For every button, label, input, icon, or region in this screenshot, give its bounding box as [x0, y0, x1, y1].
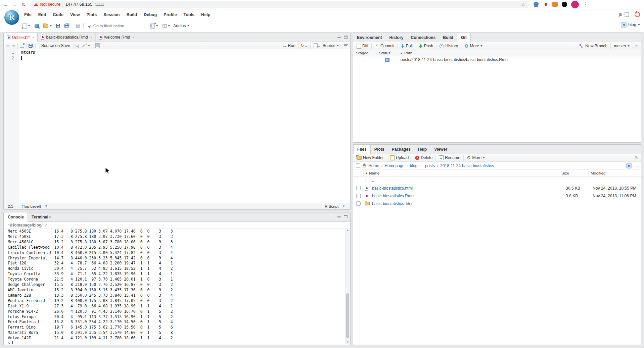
console-scrollbar[interactable]: ▲ ▼ [345, 228, 350, 344]
breadcrumb--posts[interactable]: _posts [423, 163, 435, 168]
tab-connections[interactable]: Connections [407, 33, 440, 42]
close-tab-icon[interactable]: × [90, 35, 92, 39]
file-checkbox[interactable] [356, 201, 361, 206]
run-button[interactable]: →Run [281, 43, 296, 48]
save-all-button[interactable] [63, 24, 70, 28]
files-more-button[interactable]: More [466, 155, 486, 160]
path-column-header[interactable]: ▲Path [398, 51, 641, 55]
staged-checkbox[interactable] [363, 58, 367, 62]
file-row--[interactable]: ↑.. [353, 177, 641, 184]
tab-help[interactable]: Help [414, 145, 430, 154]
refresh-icon[interactable]: ↻ [635, 44, 639, 49]
profile-avatar[interactable] [571, 1, 579, 8]
open-file-button[interactable] [42, 24, 53, 28]
minimize-icon[interactable] [337, 37, 341, 38]
forward-source-icon[interactable]: ⇒ [12, 43, 15, 48]
save-source-icon[interactable] [29, 44, 33, 48]
file-name-link[interactable]: basic-biostatistics.Rmd [372, 194, 414, 198]
quit-session-icon[interactable] [635, 12, 640, 17]
file-name-link[interactable]: basic-biostatistics_files [372, 201, 413, 206]
tab-packages[interactable]: Packages [388, 145, 414, 154]
goto-directory-icon[interactable]: ↗ [44, 223, 47, 228]
git-pull-button[interactable]: Pull [400, 44, 414, 48]
editor-code-area[interactable]: mtcars [21, 50, 350, 61]
breadcrumb-home[interactable]: Home [368, 163, 379, 168]
tab-console[interactable]: Console [4, 212, 28, 222]
menu-edit[interactable]: Edit [35, 11, 50, 18]
tab-plots[interactable]: Plots [371, 145, 388, 154]
menu-session[interactable]: Session [100, 11, 123, 18]
files-new-folder-button[interactable]: New Folder [356, 155, 385, 160]
files-upload-button[interactable]: Upload [389, 155, 410, 160]
minimize-icon[interactable] [337, 216, 341, 217]
extension-icon-2[interactable] [543, 2, 548, 7]
workspace-panes-button[interactable] [162, 24, 171, 28]
git-commit-button[interactable]: Commit [374, 44, 396, 48]
project-selector[interactable]: R blog [621, 22, 640, 28]
checkbox[interactable] [36, 44, 40, 48]
back-source-icon[interactable]: ⇐ [6, 43, 10, 48]
select-all-checkbox[interactable] [356, 163, 360, 168]
tab-git[interactable]: Git [457, 33, 471, 42]
goto-file-input[interactable] [93, 23, 134, 29]
new-file-button[interactable] [21, 23, 31, 29]
home-icon[interactable] [362, 164, 367, 168]
scrollbar-thumb[interactable] [346, 293, 349, 338]
close-tab-icon[interactable]: × [133, 35, 135, 39]
bookmark-star-icon[interactable]: ☆ [521, 2, 525, 7]
menu-profile[interactable]: Profile [160, 11, 180, 18]
refresh-icon[interactable]: ↻ [21, 2, 26, 7]
file-row-basic-biostatistics-html[interactable]: basic-biostatistics.html30.5 KBNov 24, 2… [353, 184, 641, 192]
tab-history[interactable]: History [386, 33, 407, 42]
git-more-button[interactable]: More [463, 44, 484, 49]
tab-files[interactable]: Files [353, 145, 371, 154]
file-name-link[interactable]: .. [372, 178, 374, 183]
breadcrumb-homepage[interactable]: Homepage [384, 163, 404, 168]
browser-menu-icon[interactable]: ⋮ [583, 1, 588, 7]
code-tools-button[interactable] [82, 44, 91, 48]
size-column-header[interactable]: Size [559, 170, 588, 176]
tab-viewer[interactable]: Viewer [430, 145, 451, 154]
source-tab-welcome-rmd[interactable]: welcome.Rmd× [96, 33, 138, 42]
maximize-icon[interactable] [344, 215, 348, 218]
addins-button[interactable]: Addins [173, 23, 189, 28]
refresh-icon[interactable]: ↻ [635, 155, 639, 160]
name-column-header[interactable]: ▲Name [363, 170, 559, 176]
menu-plots[interactable]: Plots [83, 11, 100, 18]
status-column-header[interactable]: Status [377, 51, 398, 55]
source-on-save-toggle[interactable]: Source on Save [35, 43, 71, 48]
menu-tools[interactable]: Tools [180, 11, 198, 18]
address-bar[interactable]: Not secure 147.47.68.165 :1111 ☆ [30, 1, 530, 8]
extension-icon-1[interactable] [534, 2, 539, 7]
menu-build[interactable]: Build [123, 11, 140, 18]
tab-build[interactable]: Build [439, 33, 457, 42]
menu-debug[interactable]: Debug [140, 11, 160, 18]
new-project-button[interactable] [34, 24, 40, 28]
back-icon[interactable]: ← [3, 2, 8, 7]
file-checkbox[interactable] [356, 186, 361, 190]
console-output[interactable]: Merc 450SE 16.4 8 275.8 180 3.07 4.070 1… [4, 228, 345, 344]
console-prompt-line[interactable]: > [4, 341, 345, 344]
scroll-up-icon[interactable]: ▲ [346, 228, 350, 232]
document-outline-icon[interactable] [344, 44, 348, 47]
source-button[interactable]: →Source [313, 43, 340, 48]
file-checkbox[interactable] [356, 194, 361, 198]
r-project-icon[interactable]: R [626, 163, 632, 168]
maximize-icon[interactable] [344, 36, 348, 39]
file-name-link[interactable]: basic-biostatistics.html [372, 186, 413, 191]
goto-file-box[interactable]: ▶ [86, 23, 144, 29]
sign-out-icon[interactable] [625, 12, 629, 17]
scroll-down-icon[interactable]: ▼ [346, 340, 350, 344]
close-tab-icon[interactable]: × [49, 215, 51, 219]
breadcrumb-2018-11-24-basic-biostatistics[interactable]: 2018-11-24-basic-biostatistics [440, 163, 494, 168]
scope-selector[interactable]: (Top Level) ⇕ [20, 204, 48, 208]
extension-icon-4[interactable] [562, 2, 567, 7]
files-delete-button[interactable]: Delete [414, 155, 433, 160]
tab-terminal[interactable]: Terminal× [28, 212, 55, 221]
more-columns-icon[interactable]: … [634, 163, 638, 168]
source-tab-basic-biostatistics-rmd[interactable]: basic-biostatistics.Rmd× [38, 33, 96, 42]
new-branch-button[interactable]: New Branch [579, 44, 608, 48]
print-button[interactable] [75, 24, 81, 28]
menu-help[interactable]: Help [198, 11, 214, 18]
extension-icon-3[interactable] [552, 2, 558, 7]
